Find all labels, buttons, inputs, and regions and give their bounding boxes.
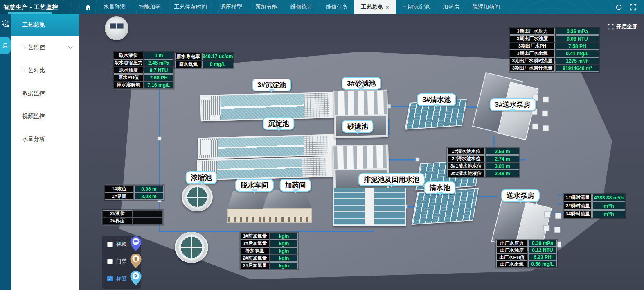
tab-label: 加药房: [443, 3, 459, 11]
layer-label-video: 视频: [116, 240, 127, 248]
metric-label: 2#后加氯量: [241, 262, 269, 269]
sidebar-item-process-overview[interactable]: 工艺总览: [11, 14, 79, 36]
metric-label: 出厂水浊度: [496, 247, 527, 254]
door-pin-icon[interactable]: [130, 254, 142, 268]
pool-water: [374, 188, 405, 225]
facility-label-dewatering[interactable]: 脱水车间: [235, 179, 274, 192]
topbar-tab[interactable]: 工艺停留时间: [167, 0, 214, 14]
building-roof: [263, 190, 312, 208]
topbar-tab[interactable]: 三期沉淀池: [396, 0, 437, 14]
metric-row: 2#后加氯量 kg/n: [241, 262, 298, 269]
metric-row: 出厂水浊度 0.12 NTU: [496, 247, 557, 254]
building-wall: [263, 208, 312, 223]
tab-close-icon[interactable]: ×: [386, 4, 389, 10]
intake-metrics-panel: 取水液位 0 m 取水总管压力 2.45 mPa 原水浊度 8.7 NTU 原水…: [113, 51, 175, 90]
facility-label-thickener[interactable]: 浓缩池: [186, 171, 217, 184]
topbar-tab[interactable]: 水量预测: [97, 0, 132, 14]
sidebar-item-water-analysis[interactable]: 水量分析: [11, 128, 79, 151]
rail-active-button[interactable]: [0, 37, 11, 54]
facility-label-3-clear-pool[interactable]: 3#清水池: [417, 93, 456, 106]
building-roof: [227, 191, 267, 209]
metric-value: kg/n: [270, 255, 298, 262]
facility-label-dosing[interactable]: 加药间: [280, 179, 311, 192]
metric-row: 原水氨氮 0 mg/L: [175, 61, 233, 68]
refresh-icon[interactable]: [615, 4, 622, 11]
tank-water: [217, 159, 302, 179]
metric-value: 0.36 m: [134, 186, 164, 193]
metric-label: 3期出厂水瞬时流量: [510, 57, 555, 64]
sidebar-top-indicator: [8, 12, 52, 14]
alert-gear-icon[interactable]: [2, 20, 10, 28]
metric-label: 原水溶解氧: [114, 82, 143, 88]
tank-endcap: [326, 158, 333, 176]
metric-value: 2.53 m: [486, 148, 519, 155]
topbar-tab[interactable]: 加药房: [436, 0, 466, 14]
tab-label: 维修统计: [290, 3, 313, 11]
metric-label: 3期出厂水余氯: [510, 50, 555, 57]
sidebar-item-process-monitoring[interactable]: 工艺监控: [11, 36, 79, 59]
network-icon: [2, 42, 9, 49]
metric-label: 取水液位: [114, 52, 143, 59]
metric-row: 3期出厂水PH 7.58 PH: [510, 43, 599, 50]
sidebar-item-process-compare[interactable]: 工艺对比: [11, 59, 79, 82]
metric-value: [133, 218, 162, 224]
layer-toggle-video[interactable]: 视频: [102, 236, 141, 253]
metric-value: 2.98 m: [134, 193, 164, 200]
topbar-tab[interactable]: 维修统计: [284, 0, 319, 14]
topbar-tab[interactable]: 智能加药: [132, 0, 167, 14]
metric-value: 0.12 NTU: [528, 247, 557, 254]
metric-value: m³/h: [592, 210, 625, 218]
fullscreen-icon[interactable]: [630, 4, 637, 11]
metric-row: 3#2清水池液位 2.48 m: [447, 170, 519, 177]
facility-label-clear-pool[interactable]: 清水池: [424, 181, 456, 194]
topbar-tab[interactable]: 脱泥加药间: [466, 0, 507, 14]
metric-value: 7.68 PH: [144, 74, 173, 81]
topbar-tab[interactable]: 调压模型: [214, 0, 249, 14]
facility-label-3-sand-filter[interactable]: 3#砂滤池: [342, 77, 381, 90]
sedimentation-tank-1-model: [198, 134, 336, 159]
tab-label: 脱泥加药间: [473, 3, 500, 11]
clearwater-level-panel: 1#清水池水位 2.53 m 2#清水池水位 2.74 m 3#1清水池水位 3…: [446, 147, 520, 178]
topbar-tab[interactable]: 维修任务: [319, 0, 354, 14]
facility-label-sand-filter[interactable]: 砂滤池: [342, 120, 374, 133]
layer-toggle-door[interactable]: 门禁: [102, 253, 141, 270]
thickener2-level-panel: 2#液位 2#界面: [101, 209, 164, 226]
layer-toggle-tag[interactable]: 标签: [102, 270, 141, 287]
metric-value: kg/n: [270, 262, 298, 269]
metric-label: 2#前加氯量: [241, 255, 269, 262]
metric-row: 出厂水PH值 6.23 PH: [496, 254, 557, 261]
checkbox-door[interactable]: [107, 259, 113, 264]
metric-value: 0 m: [144, 52, 173, 59]
fullscreen-brackets-icon: [608, 24, 614, 30]
metric-value: 0 mg/L: [202, 61, 233, 68]
video-pin-icon[interactable]: [130, 236, 142, 251]
raw-water-extra-panel: 原水导电率 340.17 us/cm 原水氨氮 0 mg/L: [174, 52, 234, 69]
checkbox-video[interactable]: [107, 242, 113, 247]
facility-label-sludge-pool[interactable]: 排泥池及回用水池: [358, 173, 425, 186]
metric-row: 1#前加氯量 kg/n: [241, 233, 298, 240]
metric-label: 原水PH值: [114, 74, 143, 81]
open-fullscreen-button[interactable]: 开启全屏: [608, 23, 637, 30]
tag-pin-icon[interactable]: [130, 271, 142, 285]
facility-label-3-pump-station[interactable]: 3#送水泵房: [490, 98, 536, 111]
metric-label: 出厂水余氯: [496, 261, 527, 267]
facility-label-3-sedimentation[interactable]: 3#沉淀池: [252, 79, 291, 91]
metric-row: 3期出厂水压力 0.36 mPa: [510, 28, 599, 35]
metric-value: 1275 m³/h: [556, 57, 599, 64]
topbar-tab[interactable]: 工艺总览 ×: [354, 0, 396, 14]
metric-row: 3期出厂水瞬时流量 1275 m³/h: [510, 57, 599, 64]
facility-label-pump-station[interactable]: 送水泵房: [501, 189, 540, 202]
sidebar-item-video-monitoring[interactable]: 视频监控: [11, 105, 79, 128]
tank-water: [218, 136, 304, 157]
topbar-tab[interactable]: 泵组节能: [249, 0, 284, 14]
plant-3d-scene: 3#沉淀池 3#砂滤池 3#清水池 3#送水泵房 沉淀池 砂滤池 浓缩池 脱水车…: [79, 14, 644, 290]
checkbox-tag[interactable]: [107, 276, 113, 281]
sidebar-item-data-monitoring[interactable]: 数据监控: [11, 82, 79, 105]
topbar-actions: [615, 0, 644, 14]
sand-filter-windows: [333, 145, 388, 169]
metric-label: 原水导电率: [175, 53, 201, 60]
facility-label-sedimentation[interactable]: 沉淀池: [263, 117, 295, 130]
home-button[interactable]: [79, 0, 97, 14]
metric-row: 3#瞬时流量 m³/h: [564, 210, 625, 218]
building-wall: [227, 209, 267, 223]
